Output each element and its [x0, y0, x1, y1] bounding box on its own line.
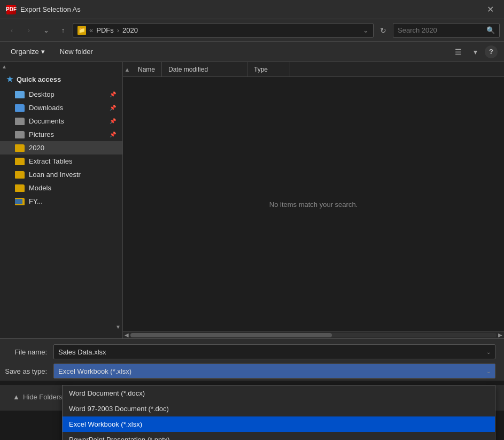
back-button[interactable]: ‹ [4, 23, 19, 38]
sidebar-item-loan[interactable]: Loan and Investr [0, 168, 122, 181]
folder-icon-documents [15, 118, 25, 125]
folder-icon-downloads [15, 104, 25, 112]
file-pane-header: ▲ Name Date modified Type [123, 62, 504, 77]
horizontal-scrollbar[interactable]: ◀ ▶ [123, 331, 504, 338]
folder-icon-loan [15, 171, 25, 179]
folder-icon: 📁 [77, 26, 86, 35]
pin-icon-documents: 📌 [110, 118, 116, 124]
sidebar-item-fy[interactable]: FY... [0, 195, 122, 208]
scrollbar-track[interactable] [130, 333, 497, 337]
address-arrow: › [117, 26, 119, 34]
sidebar-quick-access: ★ Quick access [0, 71, 122, 88]
filename-chevron-icon: ⌄ [486, 349, 491, 355]
main-content: ▲ ★ Quick access Desktop 📌 Downloads 📌 D… [0, 62, 504, 338]
help-button[interactable]: ? [485, 45, 498, 58]
folder-icon-extract-tables [15, 158, 25, 165]
toolbar: Organize ▾ New folder ☰ ▾ ? [0, 42, 504, 62]
savetype-input[interactable]: Excel Workbook (*.xlsx) ⌄ [53, 364, 495, 379]
search-input[interactable] [398, 26, 483, 34]
refresh-button[interactable]: ↻ [376, 23, 391, 38]
savetype-chevron-icon: ⌄ [486, 368, 491, 374]
search-box[interactable]: 🔍 [393, 23, 500, 38]
savetype-row: Save as type: Excel Workbook (*.xlsx) ⌄ [0, 364, 504, 381]
folder-icon-fy [15, 198, 25, 205]
sidebar-item-models[interactable]: Models [0, 181, 122, 195]
close-button[interactable]: ✕ [483, 2, 498, 17]
dropdown-button[interactable]: ⌄ [38, 23, 53, 38]
sidebar-item-label-2020: 2020 [29, 144, 116, 152]
file-pane: ▲ Name Date modified Type No items match… [123, 62, 504, 338]
filename-row: File name: Sales Data.xlsx ⌄ [0, 339, 504, 359]
folder-icon-desktop [15, 91, 25, 98]
dropdown-item-docx[interactable]: Word Document (*.docx) [63, 385, 495, 401]
address-part-2: 2020 [122, 26, 138, 34]
scrollbar-thumb[interactable] [130, 333, 332, 337]
organize-chevron-icon: ▾ [41, 48, 45, 56]
sidebar-item-pictures[interactable]: Pictures 📌 [0, 128, 122, 141]
col-header-type[interactable]: Type [247, 62, 290, 76]
pin-icon-desktop: 📌 [110, 91, 116, 97]
sidebar-scroll-down[interactable]: ▼ [114, 322, 122, 331]
savetype-label: Save as type: [0, 367, 53, 375]
dropdown-item-xlsx[interactable]: Excel Workbook (*.xlsx) [63, 416, 495, 432]
sidebar-item-extract-tables[interactable]: Extract Tables [0, 155, 122, 168]
file-pane-content: No items match your search. [123, 77, 504, 331]
title-bar-left: PDF Export Selection As [6, 5, 81, 14]
organize-label: Organize [11, 48, 39, 56]
address-bar[interactable]: 📁 « PDFs › 2020 ⌄ [73, 23, 374, 38]
col-header-date[interactable]: Date modified [162, 62, 247, 76]
quick-access-label: Quick access [17, 75, 61, 83]
app-icon: PDF [6, 5, 16, 14]
organize-button[interactable]: Organize ▾ [6, 45, 49, 58]
view-button[interactable]: ☰ [451, 44, 466, 59]
sidebar-item-label-models: Models [29, 184, 116, 192]
nav-bar: ‹ › ⌄ ↑ 📁 « PDFs › 2020 ⌄ ↻ 🔍 [0, 19, 504, 42]
forward-button[interactable]: › [21, 23, 36, 38]
scrollbar-right-arrow[interactable]: ▶ [497, 332, 504, 338]
sidebar-item-label-loan: Loan and Investr [29, 171, 116, 179]
no-items-message: No items match your search. [269, 200, 358, 208]
filename-value: Sales Data.xlsx [58, 348, 106, 356]
sidebar-scroll-up[interactable]: ▲ [0, 62, 9, 71]
sidebar-item-label-pictures: Pictures [29, 130, 105, 138]
dropdown-item-doc[interactable]: Word 97-2003 Document (*.doc) [63, 401, 495, 416]
window-title: Export Selection As [20, 5, 81, 13]
folder-icon-2020 [15, 144, 25, 152]
up-button[interactable]: ↑ [56, 23, 71, 38]
col-header-name[interactable]: Name [131, 62, 162, 76]
sidebar-item-label-extract-tables: Extract Tables [29, 157, 116, 165]
dropdown-item-pptx[interactable]: PowerPoint Presentation (*.pptx) [63, 432, 495, 440]
filename-input[interactable]: Sales Data.xlsx ⌄ [53, 344, 495, 359]
pin-icon-pictures: 📌 [110, 132, 116, 137]
toolbar-right: ☰ ▾ ? [451, 44, 498, 59]
folder-icon-pictures [15, 131, 25, 138]
folder-icon-models [15, 184, 25, 192]
sidebar-item-label-downloads: Downloads [29, 104, 105, 112]
pin-icon-downloads: 📌 [110, 105, 116, 111]
address-separator: « [89, 26, 93, 34]
search-icon: 🔍 [486, 26, 495, 34]
view-chevron-button[interactable]: ▾ [468, 44, 483, 59]
sidebar-item-documents[interactable]: Documents 📌 [0, 114, 122, 128]
hide-folders-label: Hide Folders [23, 393, 63, 401]
sidebar-item-label-desktop: Desktop [29, 90, 105, 98]
sort-up-icon[interactable]: ▲ [123, 66, 131, 73]
sidebar: ▲ ★ Quick access Desktop 📌 Downloads 📌 D… [0, 62, 123, 338]
sidebar-item-downloads[interactable]: Downloads 📌 [0, 101, 122, 114]
sidebar-item-label-documents: Documents [29, 117, 105, 125]
bottom-section: File name: Sales Data.xlsx ⌄ Save as typ… [0, 338, 504, 381]
scrollbar-left-arrow[interactable]: ◀ [123, 332, 130, 338]
new-folder-button[interactable]: New folder [56, 45, 97, 58]
address-part-1: PDFs [96, 26, 114, 34]
new-folder-label: New folder [60, 48, 93, 56]
sidebar-item-2020[interactable]: 2020 [0, 141, 122, 155]
filename-label: File name: [0, 348, 53, 356]
hide-folders-button[interactable]: ▲ Hide Folders [9, 391, 67, 403]
star-icon: ★ [6, 75, 13, 83]
savetype-dropdown: Word Document (*.docx) Word 97-2003 Docu… [62, 385, 495, 440]
address-chevron-icon[interactable]: ⌄ [363, 26, 369, 34]
sidebar-item-desktop[interactable]: Desktop 📌 [0, 88, 122, 101]
title-bar: PDF Export Selection As ✕ [0, 0, 504, 19]
savetype-value: Excel Workbook (*.xlsx) [58, 367, 131, 375]
hide-folders-icon: ▲ [13, 393, 20, 401]
